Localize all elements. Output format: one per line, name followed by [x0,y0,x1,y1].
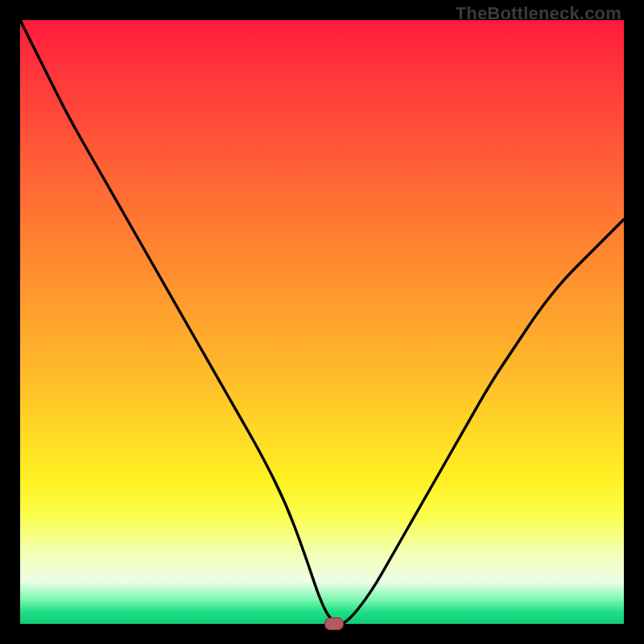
plot-area [20,20,624,624]
outer-frame: TheBottleneck.com [0,0,644,644]
watermark-text: TheBottleneck.com [456,3,621,24]
bottleneck-marker [324,617,344,630]
